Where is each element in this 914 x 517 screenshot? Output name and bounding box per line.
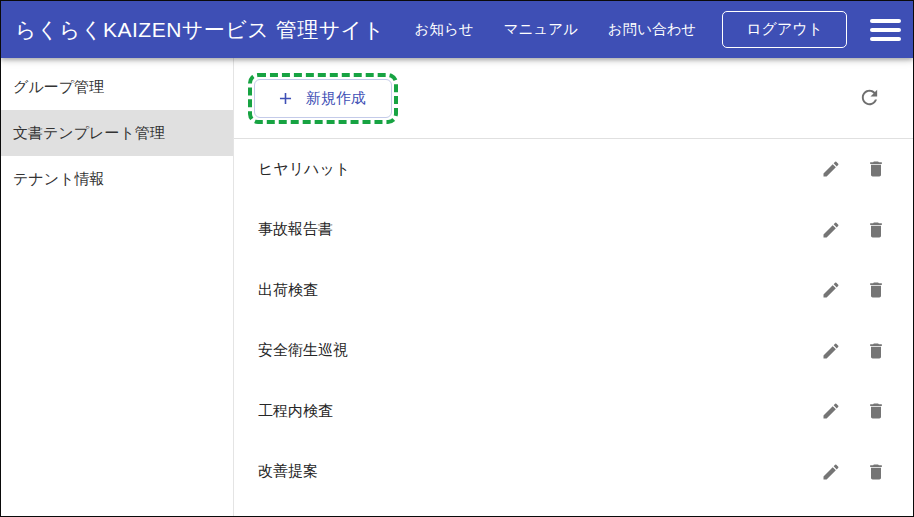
nav-link-news[interactable]: お知らせ [415,20,474,39]
template-list: ヒヤリハット 事故報告書 [234,139,913,516]
delete-button[interactable] [863,398,889,424]
template-name: 出荷検査 [258,281,799,300]
admin-site-window: らくらくKAIZENサービス 管理サイト お知らせ マニュアル お問い合わせ ロ… [0,0,914,517]
trash-icon [866,401,886,421]
pencil-icon [821,220,841,240]
template-row: 事故報告書 [234,200,913,261]
pencil-icon [821,341,841,361]
template-name: ヒヤリハット [258,160,799,179]
template-name: 改善提案 [258,462,799,481]
edit-button[interactable] [818,398,844,424]
trash-icon [866,159,886,179]
sidebar-item-group-management[interactable]: グループ管理 [1,64,233,110]
edit-button[interactable] [818,217,844,243]
nav-link-manual[interactable]: マニュアル [504,20,578,39]
delete-button[interactable] [863,459,889,485]
plus-icon [276,89,295,108]
delete-button[interactable] [863,277,889,303]
trash-icon [866,462,886,482]
app-bar-nav: お知らせ マニュアル お問い合わせ ログアウト [385,11,903,48]
edit-button[interactable] [818,277,844,303]
sidebar-item-tenant-info[interactable]: テナント情報 [1,156,233,202]
delete-button[interactable] [863,217,889,243]
trash-icon [866,280,886,300]
hamburger-icon [870,19,901,23]
refresh-button[interactable] [854,82,885,113]
nav-link-contact[interactable]: お問い合わせ [608,20,696,39]
trash-icon [866,220,886,240]
toolbar: 新規作成 [234,58,913,139]
delete-button[interactable] [863,338,889,364]
refresh-icon [858,86,881,109]
logout-button[interactable]: ログアウト [722,11,847,48]
app-title: らくらくKAIZENサービス 管理サイト [15,16,385,44]
template-name: 安全衛生巡視 [258,341,799,360]
pencil-icon [821,280,841,300]
sidebar: グループ管理 文書テンプレート管理 テナント情報 [1,58,234,516]
create-new-label: 新規作成 [306,89,366,108]
delete-button[interactable] [863,156,889,182]
pencil-icon [821,401,841,421]
green-dashed-annotation: 新規作成 [248,73,398,124]
template-row: 改善提案 [234,442,913,503]
template-row: ヒヤリハット [234,139,913,200]
template-row: 安全衛生巡視 [234,321,913,382]
pencil-icon [821,462,841,482]
app-bar: らくらくKAIZENサービス 管理サイト お知らせ マニュアル お問い合わせ ロ… [1,1,913,58]
trash-icon [866,341,886,361]
edit-button[interactable] [818,156,844,182]
template-row: 工程内検査 [234,381,913,442]
template-name: 事故報告書 [258,220,799,239]
template-row: 出荷検査 [234,260,913,321]
main-content: 新規作成 ヒヤリハット [234,58,913,516]
body: グループ管理 文書テンプレート管理 テナント情報 新規作成 [1,58,913,516]
pencil-icon [821,159,841,179]
edit-button[interactable] [818,338,844,364]
sidebar-item-document-template-management[interactable]: 文書テンプレート管理 [1,110,233,156]
edit-button[interactable] [818,459,844,485]
menu-button[interactable] [868,15,903,45]
create-new-button[interactable]: 新規作成 [254,79,392,118]
template-name: 工程内検査 [258,402,799,421]
